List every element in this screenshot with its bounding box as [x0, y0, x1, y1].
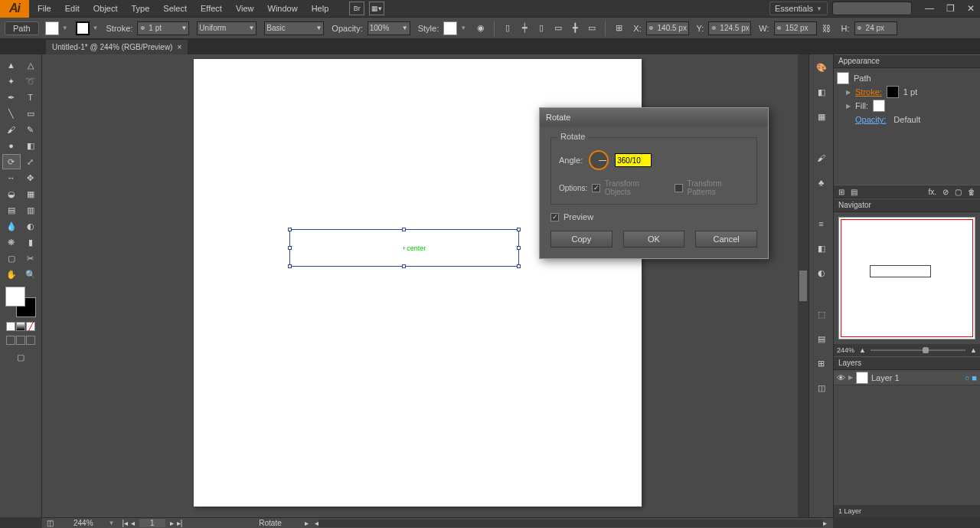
align-top-icon[interactable]: ▭ — [551, 21, 565, 35]
rotate-dialog-title[interactable]: Rotate — [540, 108, 768, 126]
color-guide-panel-icon[interactable]: ◧ — [813, 84, 830, 100]
ok-button[interactable]: OK — [623, 231, 685, 248]
gradient-panel-icon[interactable]: ◧ — [813, 240, 830, 257]
artboard-tool[interactable]: ▢ — [2, 251, 21, 266]
appearance-opacity-label[interactable]: Opacity: — [855, 115, 886, 124]
copy-button[interactable]: Copy — [550, 231, 612, 248]
align-right-icon[interactable]: ▯ — [534, 21, 548, 35]
shape-builder-tool[interactable]: ◒ — [2, 186, 21, 202]
direct-selection-tool[interactable]: △ — [21, 57, 40, 73]
para-panel-icon[interactable]: ▤ — [851, 188, 858, 196]
menu-object[interactable]: Object — [87, 1, 125, 16]
draw-behind-icon[interactable] — [16, 336, 25, 345]
scale-tool[interactable]: ⤢ — [21, 154, 40, 169]
window-close-button[interactable]: ✕ — [965, 3, 977, 14]
layer-name-label[interactable]: Layer 1 — [871, 373, 900, 382]
brushes-panel-icon[interactable]: 🖌 — [813, 149, 830, 166]
link-whlock-icon[interactable]: ⛓ — [820, 21, 834, 35]
menu-type[interactable]: Type — [125, 1, 157, 16]
symbol-sprayer-tool[interactable]: ❋ — [2, 234, 21, 250]
transform-patterns-checkbox[interactable] — [675, 184, 683, 192]
align-panel-icon[interactable]: ▤ — [813, 330, 830, 347]
zoom-out-icon[interactable]: ▲ — [859, 346, 866, 354]
appearance-panel-title[interactable]: Appearance — [834, 54, 980, 68]
draw-inside-icon[interactable] — [26, 336, 35, 345]
style-swatch[interactable] — [443, 21, 457, 35]
search-input[interactable] — [832, 2, 912, 15]
swatches-panel-icon[interactable]: ▦ — [813, 108, 830, 125]
fx-icon[interactable]: fx. — [928, 188, 936, 196]
line-tool[interactable]: ╲ — [2, 106, 21, 121]
pen-tool[interactable]: ✒ — [2, 90, 21, 105]
zoom-in-icon[interactable]: ▲ — [970, 346, 977, 354]
prev-artboard-button[interactable]: ◂ — [131, 519, 135, 527]
layers-panel-title[interactable]: Layers — [834, 356, 980, 370]
stroke-weight-field[interactable]: ≑▼ — [137, 21, 189, 35]
w-field[interactable]: ≑ — [774, 21, 817, 35]
menu-help[interactable]: Help — [305, 1, 336, 16]
last-artboard-button[interactable]: ▸| — [177, 519, 183, 527]
blend-tool[interactable]: ◐ — [21, 218, 40, 234]
perspective-grid-tool[interactable]: ▦ — [21, 186, 40, 202]
stroke-panel-icon[interactable]: ≡ — [813, 215, 830, 232]
char-panel-icon[interactable]: ⊞ — [838, 188, 844, 196]
align-hcenter-icon[interactable]: ┿ — [518, 21, 531, 35]
preview-checkbox[interactable]: ✓ — [550, 213, 559, 221]
new-appearance-icon[interactable]: ▢ — [955, 188, 962, 196]
screen-mode-icon[interactable]: ▢ — [11, 349, 30, 365]
clear-appearance-icon[interactable]: ⊘ — [942, 188, 949, 196]
menu-window[interactable]: Window — [261, 1, 305, 16]
cancel-button[interactable]: Cancel — [695, 231, 757, 248]
status-page-field[interactable]: 1 — [139, 519, 165, 527]
y-field[interactable]: ≑ — [708, 21, 751, 35]
status-zoom-value[interactable]: 244% — [58, 519, 109, 527]
navigator-preview[interactable] — [838, 217, 975, 339]
gradient-tool[interactable]: ▥ — [21, 202, 40, 218]
draw-normal-icon[interactable] — [6, 336, 15, 345]
align-left-icon[interactable]: ▯ — [501, 21, 514, 35]
menu-effect[interactable]: Effect — [194, 1, 229, 16]
mesh-tool[interactable]: ▤ — [2, 202, 21, 218]
first-artboard-button[interactable]: |◂ — [122, 519, 129, 527]
type-tool[interactable]: T — [21, 90, 40, 105]
transform-objects-checkbox[interactable]: ✓ — [592, 184, 600, 192]
align-bottom-icon[interactable]: ▭ — [585, 21, 599, 35]
menu-select[interactable]: Select — [156, 1, 194, 16]
zoom-tool[interactable]: 🔍 — [21, 267, 40, 282]
appearance-fill-label[interactable]: Fill: — [855, 101, 868, 110]
lasso-tool[interactable]: ➰ — [21, 74, 40, 89]
magic-wand-tool[interactable]: ✦ — [2, 74, 21, 89]
arrange-docs-icon[interactable]: ▦▾ — [369, 2, 384, 15]
transparency-panel-icon[interactable]: ◐ — [813, 264, 830, 281]
delete-appearance-icon[interactable]: 🗑 — [968, 188, 975, 196]
navigator-panel-title[interactable]: Navigator — [834, 198, 980, 212]
appearance-stroke-label[interactable]: Stroke: — [855, 87, 882, 97]
none-mode-icon[interactable]: ╱ — [26, 322, 35, 331]
angle-input[interactable] — [615, 153, 652, 167]
gradient-mode-icon[interactable] — [16, 322, 25, 331]
pencil-tool[interactable]: ✎ — [21, 122, 40, 137]
color-mode-icon[interactable] — [6, 322, 15, 331]
window-minimize-button[interactable]: — — [923, 3, 936, 14]
visibility-toggle-icon[interactable]: 👁 — [837, 373, 845, 382]
tab-close-button[interactable]: × — [177, 43, 181, 51]
stroke-swatch[interactable] — [76, 21, 90, 35]
variable-width-profile[interactable]: ▼ — [197, 21, 256, 35]
next-artboard-button[interactable]: ▸ — [170, 519, 174, 527]
h-field[interactable]: ≑ — [854, 21, 897, 35]
selection-tool[interactable]: ▲ — [2, 57, 21, 73]
pathfinder-panel-icon[interactable]: ◫ — [813, 379, 830, 396]
rotate-tool[interactable]: ⟳ — [2, 154, 21, 169]
transform-panel-icon[interactable]: ⊞ — [813, 355, 830, 372]
align-vcenter-icon[interactable]: ╋ — [568, 21, 582, 35]
horizontal-scrollbar[interactable]: ◂▸ — [315, 519, 827, 528]
status-menu-icon[interactable]: ▸ — [305, 519, 309, 527]
menu-view[interactable]: View — [229, 1, 261, 16]
layer-row[interactable]: 👁 ▶ Layer 1 ○ ■ — [834, 370, 980, 385]
bridge-icon[interactable]: Br — [349, 2, 364, 15]
eraser-tool[interactable]: ◧ — [21, 138, 40, 153]
fill-stroke-swatch[interactable] — [5, 287, 36, 317]
blob-brush-tool[interactable]: ● — [2, 138, 21, 153]
column-graph-tool[interactable]: ▮ — [21, 234, 40, 250]
window-maximize-button[interactable]: ❐ — [944, 3, 957, 14]
